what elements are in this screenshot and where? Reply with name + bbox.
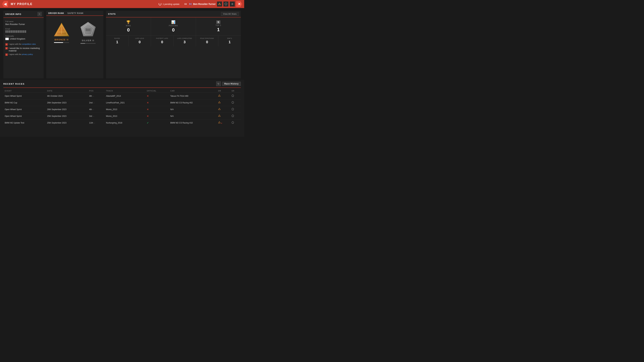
dr-rank-icon bbox=[218, 108, 221, 110]
laps-completed-label: LAPS COMPLETED bbox=[177, 37, 192, 39]
table-row[interactable]: Open Wheel Sprint 26th September 2023 4t… bbox=[3, 106, 241, 113]
fastest-laps-label: FASTEST LAPS bbox=[156, 37, 168, 39]
view-all-stats-button[interactable]: View All Stats bbox=[221, 12, 239, 16]
wins-stat: 🏆 WINS 0 bbox=[106, 17, 151, 35]
pending-update-icon bbox=[159, 3, 161, 5]
official-x-icon: ✕ bbox=[147, 101, 149, 104]
cell-pos: 2nd — bbox=[88, 99, 105, 106]
game-rank-badge: GS bbox=[184, 3, 188, 5]
podiums-stat: 📊 PODIUMS 0 bbox=[151, 17, 196, 35]
nationality-value: United Kingdom bbox=[10, 37, 25, 40]
dr-rank-icon bbox=[218, 121, 221, 124]
sr-rank-icon bbox=[232, 121, 234, 124]
cell-official: ✕ bbox=[146, 99, 169, 106]
table-row[interactable]: Open Wheel Sprint 4th October 2023 4th —… bbox=[3, 93, 241, 99]
dr-down-arrow: ▼ bbox=[221, 122, 222, 124]
privacy-policy-checkbox-box[interactable]: ✓ bbox=[5, 53, 8, 56]
pole-positions-value: 0 bbox=[206, 40, 208, 44]
tab-safety-rank[interactable]: SAFETY RANK bbox=[68, 12, 84, 15]
svg-marker-15 bbox=[232, 101, 234, 103]
settings-button[interactable]: ⚙ bbox=[230, 1, 235, 6]
driver-info-title: DRIVER INFO bbox=[5, 13, 21, 15]
app-header: ◀ MY PROFILE 1 pending update GS 🇬🇧 Ben … bbox=[0, 0, 244, 8]
dr-rank-icon bbox=[218, 94, 221, 97]
sr-rank-icon bbox=[232, 114, 234, 117]
privacy-policy-link[interactable]: privacy policy bbox=[22, 53, 33, 55]
svg-marker-16 bbox=[218, 108, 220, 110]
agreements-section: ✓ I agree with the competition rules ✓ I… bbox=[3, 42, 44, 57]
cell-sr bbox=[230, 119, 241, 126]
cell-event: Open Wheel Sprint bbox=[3, 106, 46, 113]
cell-date: 26th September 2023 bbox=[46, 99, 88, 106]
pole-positions-label: POLE POSITIONS bbox=[200, 37, 214, 39]
svg-marker-18 bbox=[218, 115, 220, 116]
refresh-races-button[interactable]: ↻ bbox=[216, 81, 221, 86]
nationality-field: Nationality United Kingdom bbox=[3, 34, 44, 42]
cell-pos: 4th — bbox=[88, 106, 105, 113]
cell-date: 25th September 2023 bbox=[46, 113, 88, 119]
table-row[interactable]: Open Wheel Sprint 25th September 2023 3r… bbox=[3, 113, 241, 119]
cell-official: ✕ bbox=[146, 106, 169, 113]
full-name-label: Full name bbox=[5, 20, 42, 22]
pos-separator: — bbox=[94, 122, 95, 124]
cell-sr bbox=[230, 93, 241, 99]
rank-panel: DRIVER RANK SAFETY RANK bbox=[46, 11, 103, 78]
driver-info-header: DRIVER INFO ✏ bbox=[3, 11, 44, 18]
cell-dr bbox=[217, 106, 230, 113]
pos-separator: — bbox=[93, 102, 95, 104]
top5-value: 1 bbox=[217, 27, 220, 32]
bronze-rank-progress-fill bbox=[54, 42, 63, 43]
competition-rules-link[interactable]: competition rules bbox=[22, 43, 36, 45]
cell-track: AtlantaMP_2014 bbox=[105, 93, 146, 99]
tab-driver-rank[interactable]: DRIVER RANK bbox=[48, 12, 64, 15]
fastest-laps-stat: FASTEST LAPS 0 bbox=[151, 35, 174, 46]
top5-stat: 5 TOP 5 1 bbox=[196, 17, 241, 35]
bronze-rank-progress bbox=[54, 42, 69, 43]
top5-label: TOP 5 bbox=[216, 24, 221, 26]
svg-rect-11 bbox=[86, 27, 90, 28]
sr-rank-icon bbox=[232, 94, 234, 97]
dnfs-label: DNF'S bbox=[227, 37, 232, 39]
official-x-icon: ✕ bbox=[147, 95, 149, 97]
dnfs-stat: DNF'S 1 bbox=[218, 35, 241, 46]
race-history-button[interactable]: Race History bbox=[222, 82, 241, 86]
email-field: Email ████████████ bbox=[3, 27, 44, 34]
sr-rank-icon bbox=[232, 101, 234, 104]
header-username: Ben Rossiter-Turner bbox=[193, 3, 216, 5]
cell-pos: 3rd — bbox=[88, 113, 105, 119]
cell-dr bbox=[217, 93, 230, 99]
table-row[interactable]: BMW M2 Cup 26th September 2023 2nd — Lim… bbox=[3, 99, 241, 106]
cell-car: BMW M2 CS Racing #10 bbox=[169, 119, 217, 126]
cell-official: ✕ bbox=[146, 113, 169, 119]
podiums-icon: 📊 bbox=[171, 20, 176, 24]
top5-badge: 5 bbox=[216, 20, 220, 24]
table-row[interactable]: BMW M2 Update Test 25th September 2023 1… bbox=[3, 119, 241, 126]
marketing-checkbox: ✓ I would like to receive marketing mate… bbox=[5, 47, 42, 52]
wins-icon: 🏆 bbox=[126, 20, 130, 24]
competition-rules-text: I agree with the competition rules bbox=[9, 43, 36, 45]
cell-car: Tatuus F4-T014 #80 bbox=[169, 93, 217, 99]
close-button[interactable]: ✕ bbox=[236, 1, 242, 7]
cell-dr bbox=[217, 113, 230, 119]
pending-update-text: 1 pending update bbox=[163, 3, 180, 5]
silver-rank-name: SILVER II bbox=[82, 39, 94, 42]
back-button[interactable]: ◀ bbox=[2, 1, 8, 7]
top-section: DRIVER INFO ✏ Full name Ben Rossiter-Tur… bbox=[0, 8, 244, 80]
marketing-checkbox-box[interactable]: ✓ bbox=[5, 47, 8, 49]
col-event: EVENT bbox=[3, 89, 46, 93]
cell-dr bbox=[217, 99, 230, 106]
fastest-laps-value: 0 bbox=[161, 40, 163, 44]
cell-event: Open Wheel Sprint bbox=[3, 93, 46, 99]
cell-official: ✕ bbox=[146, 93, 169, 99]
table-header-row: EVENT DATE POS TRACK OFFICIAL CAR DR SR bbox=[3, 89, 241, 93]
stats-header: STATS View All Stats bbox=[106, 11, 241, 17]
competition-rules-checkbox-box[interactable]: ✓ bbox=[5, 43, 8, 45]
col-track: TRACK bbox=[105, 89, 146, 93]
svg-marker-13 bbox=[232, 94, 234, 97]
svg-marker-21 bbox=[232, 121, 234, 123]
cell-car: N/A bbox=[169, 113, 217, 119]
header-user-area: GS 🇬🇧 Ben Rossiter-Turner ⚙ ✕ bbox=[184, 1, 242, 7]
competition-rules-checkbox: ✓ I agree with the competition rules bbox=[5, 43, 42, 45]
races-table: EVENT DATE POS TRACK OFFICIAL CAR DR SR … bbox=[3, 89, 241, 126]
edit-driver-info-button[interactable]: ✏ bbox=[38, 12, 42, 16]
